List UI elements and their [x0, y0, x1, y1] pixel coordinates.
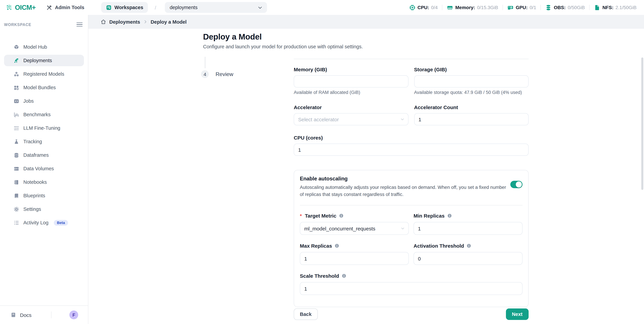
data-volumes-icon [14, 166, 19, 171]
sidebar: WORKSPACE Model Hub Deployments [0, 15, 88, 324]
sidebar-item-model-bundles[interactable]: Model Bundles [4, 82, 84, 93]
sidebar-item-label: Settings [23, 206, 41, 212]
autoscaling-toggle[interactable] [510, 181, 522, 188]
logo[interactable]: OICM+ [6, 3, 36, 11]
sidebar-item-tracking[interactable]: Tracking [4, 136, 84, 147]
breadcrumb-current: Deploy a Model [150, 19, 187, 24]
workspace-selector-dropdown[interactable]: deployments [165, 2, 267, 13]
breadcrumb: Deployments Deploy a Model [88, 15, 644, 29]
cpu-icon [409, 4, 416, 11]
model-bundles-icon [14, 85, 19, 90]
accelerator-count-input[interactable] [414, 113, 528, 125]
app-window: OICM+ Admin Tools Workspaces / deploymen… [0, 0, 644, 324]
divider [442, 5, 442, 10]
page-title: Deploy a Model [203, 32, 262, 41]
sidebar-item-blueprints[interactable]: Blueprints [4, 190, 84, 201]
divider [51, 312, 52, 318]
sidebar-item-label: Activity Log [23, 220, 48, 225]
memory-icon [447, 4, 453, 11]
user-avatar[interactable]: F [69, 311, 78, 319]
back-button[interactable]: Back [294, 309, 318, 320]
admin-tools-button[interactable]: Admin Tools [46, 4, 84, 10]
benchmarks-icon [14, 112, 19, 117]
scale-threshold-label: Scale Threshold [300, 273, 339, 279]
sidebar-item-label: Model Bundles [23, 85, 56, 90]
chevron-right-icon [143, 20, 148, 24]
sidebar-item-dataframes[interactable]: Dataframes [4, 149, 84, 161]
stat-value: 0/1 [530, 5, 536, 10]
chevron-down-icon [257, 4, 263, 10]
tracking-flask-icon [14, 139, 19, 145]
activation-threshold-input[interactable] [414, 252, 522, 265]
divider [540, 5, 541, 10]
min-replicas-input[interactable] [414, 222, 522, 235]
sidebar-footer: Docs F [0, 306, 88, 324]
accelerator-select[interactable]: Select accelerator [294, 113, 408, 125]
docs-button[interactable]: Docs [10, 312, 32, 318]
chevron-down-icon [400, 226, 405, 231]
stepper-step-review[interactable]: 4 Review [201, 70, 233, 78]
workspace-selector-value: deployments [170, 5, 198, 10]
deploy-form: Memory (GIB) Available of RAM allocated … [294, 59, 528, 307]
sidebar-item-label: Tracking [23, 139, 42, 144]
divider [300, 205, 522, 206]
workspaces-button[interactable]: Workspaces [101, 2, 148, 13]
sidebar-item-registered-models[interactable]: Registered Models [4, 68, 84, 80]
next-button[interactable]: Next [506, 309, 528, 320]
sidebar-item-settings[interactable]: Settings [4, 203, 84, 215]
stat-value: 2.1/50GiB [616, 5, 636, 10]
autoscaling-card: Enable autoscaling Autoscaling automatic… [294, 170, 528, 307]
sidebar-item-activity-log[interactable]: Activity Log Beta [4, 217, 84, 228]
max-replicas-input[interactable] [300, 252, 409, 265]
sidebar-item-jobs[interactable]: Jobs [4, 95, 84, 107]
obs-icon [545, 4, 552, 11]
scale-threshold-input[interactable] [300, 282, 522, 295]
required-marker: * [300, 213, 302, 219]
stat-value: 0/15.3GiB [477, 5, 498, 10]
oicm-logo-icon [6, 4, 12, 11]
info-icon[interactable] [339, 213, 344, 218]
divider [589, 5, 590, 10]
target-metric-select[interactable]: ml_model_concurrent_requests [300, 222, 409, 235]
sidebar-nav: Model Hub Deployments Register [4, 41, 84, 228]
workspaces-label: Workspaces [114, 5, 143, 10]
info-icon[interactable] [342, 274, 346, 279]
cpu-cores-input[interactable] [294, 144, 528, 156]
sidebar-item-llm-fine-tuning[interactable]: LLM Fine-Tuning [4, 122, 84, 134]
notebooks-icon [14, 179, 19, 185]
memory-input[interactable] [294, 75, 408, 88]
breadcrumb-deployments[interactable]: Deployments [109, 19, 140, 24]
scrollbar-thumb[interactable] [641, 57, 643, 190]
accelerator-placeholder: Select accelerator [298, 116, 339, 122]
stat-label: CPU: [418, 5, 429, 10]
model-hub-icon [14, 44, 19, 50]
sidebar-item-label: Model Hub [23, 44, 47, 50]
sidebar-item-deployments[interactable]: Deployments [4, 55, 84, 66]
info-icon[interactable] [466, 243, 472, 248]
collapse-sidebar-button[interactable] [76, 22, 82, 27]
sidebar-item-label: Notebooks [23, 179, 47, 185]
min-replicas-label-row: Min Replicas [414, 213, 522, 219]
form-actions: Back Next [294, 309, 528, 320]
llm-fine-tuning-icon [14, 125, 19, 131]
step-label: Review [216, 71, 233, 77]
admin-tools-label: Admin Tools [55, 5, 84, 10]
chevron-down-icon [400, 117, 404, 122]
activity-log-icon [14, 220, 19, 225]
memory-stat: Memory: 0/15.3GiB [447, 4, 498, 11]
accelerator-label: Accelerator [294, 104, 408, 110]
divider [294, 59, 528, 59]
step-number: 4 [201, 70, 209, 78]
autoscaling-title: Enable autoscaling [300, 176, 522, 182]
sidebar-item-notebooks[interactable]: Notebooks [4, 176, 84, 188]
sidebar-item-model-hub[interactable]: Model Hub [4, 41, 84, 53]
accelerator-count-label: Accelerator Count [414, 104, 528, 110]
sidebar-item-data-volumes[interactable]: Data Volumes [4, 163, 84, 174]
storage-input[interactable] [414, 75, 528, 88]
sidebar-item-label: Deployments [23, 58, 52, 63]
sidebar-item-benchmarks[interactable]: Benchmarks [4, 109, 84, 120]
nfs-icon [594, 4, 600, 11]
sidebar-item-label: Data Volumes [23, 166, 54, 171]
info-icon[interactable] [334, 243, 340, 248]
info-icon[interactable] [447, 213, 452, 218]
